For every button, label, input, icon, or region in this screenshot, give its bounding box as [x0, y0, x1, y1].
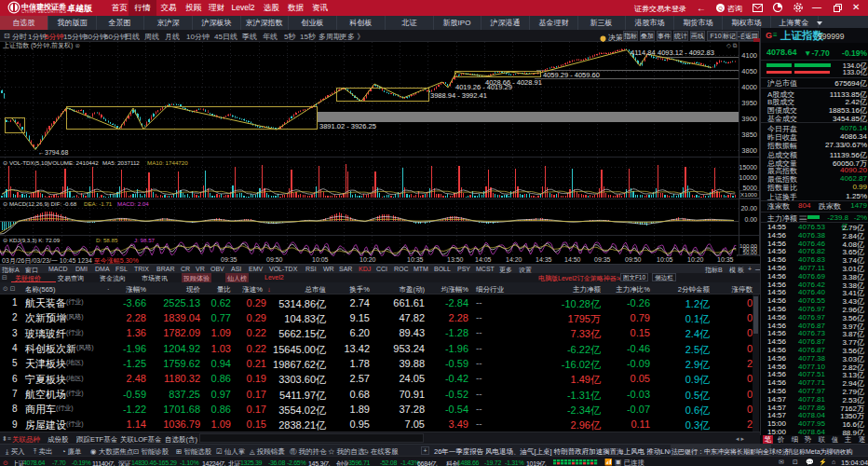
svg-text:MA10: 1744720: MA10: 1744720 [147, 159, 188, 166]
svg-text:X1000: X1000 [740, 191, 757, 198]
svg-text:MACD: 2.04: MACD: 2.04 [117, 200, 149, 207]
svg-text:3850: 3850 [741, 130, 757, 139]
svg-text:3988.94 - 3992.41: 3988.94 - 3992.41 [430, 91, 487, 100]
svg-text:4059.29 - 4059.60: 4059.29 - 4059.60 [543, 71, 600, 79]
svg-text:⊙ VOL-TDX(5,10): ⊙ VOL-TDX(5,10) [3, 159, 49, 166]
svg-text:⊙ MACD(12,26,9) DIF: -0.68: ⊙ MACD(12,26,9) DIF: -0.68 [3, 200, 77, 207]
svg-text:50.00: 50.00 [743, 249, 758, 255]
svg-text:D: 58.85: D: 58.85 [96, 237, 118, 243]
svg-text:4100: 4100 [741, 51, 757, 60]
svg-text:4114.84: 4114.84 [631, 48, 656, 57]
svg-text:0.00: 0.00 [744, 216, 757, 223]
svg-text:←3794.68: ←3794.68 [38, 149, 68, 156]
svg-text:VOLUME: 2410442: VOLUME: 2410442 [48, 159, 99, 166]
svg-text:20.00: 20.00 [740, 205, 757, 212]
svg-text:3891.02 - 3926.25: 3891.02 - 3926.25 [319, 122, 376, 130]
svg-text:Q: Q [718, 6, 723, 11]
svg-text:4000: 4000 [741, 83, 757, 91]
svg-text:4050: 4050 [741, 67, 757, 75]
svg-text:MA5: 2037112: MA5: 2037112 [102, 159, 140, 166]
svg-text:J: 98.57: J: 98.57 [134, 237, 156, 243]
svg-text:3900: 3900 [741, 115, 757, 123]
svg-text:⊙ KDJ(9,3,3) K: 72.09: ⊙ KDJ(9,3,3) K: 72.09 [3, 237, 61, 243]
svg-text:15000: 15000 [739, 164, 758, 171]
svg-text:◇ ⧉: ◇ ⧉ [726, 42, 738, 48]
svg-text:3950: 3950 [741, 99, 757, 107]
svg-text:3800: 3800 [741, 146, 757, 155]
svg-text:DEA: -1.71: DEA: -1.71 [84, 200, 113, 207]
svg-text:4093.12 - 4092.83: 4093.12 - 4092.83 [658, 48, 714, 57]
svg-text:10000: 10000 [739, 174, 758, 181]
svg-text:上证指数 (5分钟,前复权) ⊙: 上证指数 (5分钟,前复权) ⊙ [3, 42, 80, 49]
svg-text:4028.66 - 4028.91: 4028.66 - 4028.91 [485, 78, 542, 87]
